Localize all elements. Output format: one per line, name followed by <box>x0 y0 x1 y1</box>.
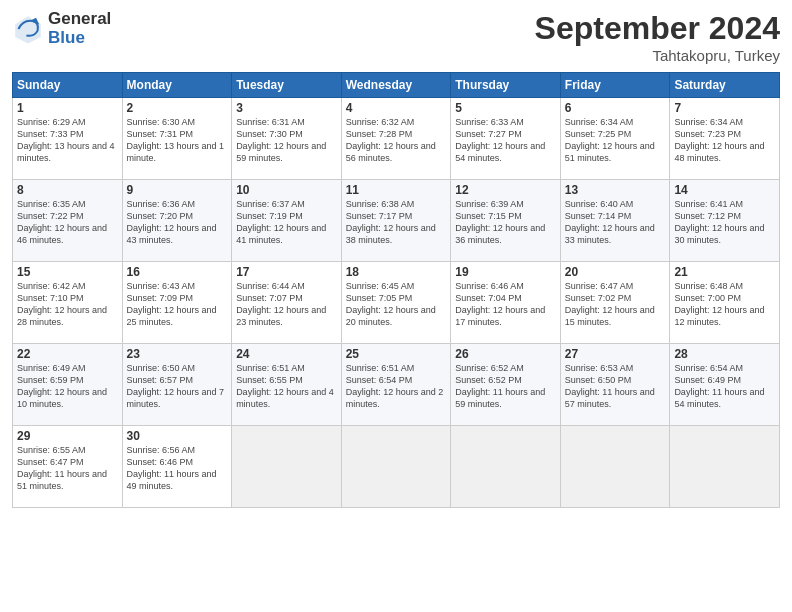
table-row: 7 Sunrise: 6:34 AM Sunset: 7:23 PM Dayli… <box>670 98 780 180</box>
day-info: Sunrise: 6:45 AM Sunset: 7:05 PM Dayligh… <box>346 280 447 329</box>
day-info: Sunrise: 6:48 AM Sunset: 7:00 PM Dayligh… <box>674 280 775 329</box>
table-row: 19 Sunrise: 6:46 AM Sunset: 7:04 PM Dayl… <box>451 262 561 344</box>
logo-general: General <box>48 10 111 29</box>
table-row: 23 Sunrise: 6:50 AM Sunset: 6:57 PM Dayl… <box>122 344 232 426</box>
day-number: 12 <box>455 183 556 197</box>
day-info: Sunrise: 6:52 AM Sunset: 6:52 PM Dayligh… <box>455 362 556 411</box>
logo-icon <box>12 13 44 45</box>
day-number: 18 <box>346 265 447 279</box>
logo-text: General Blue <box>48 10 111 47</box>
day-info: Sunrise: 6:39 AM Sunset: 7:15 PM Dayligh… <box>455 198 556 247</box>
day-number: 28 <box>674 347 775 361</box>
table-row: 14 Sunrise: 6:41 AM Sunset: 7:12 PM Dayl… <box>670 180 780 262</box>
day-info: Sunrise: 6:43 AM Sunset: 7:09 PM Dayligh… <box>127 280 228 329</box>
calendar-week-row: 22 Sunrise: 6:49 AM Sunset: 6:59 PM Dayl… <box>13 344 780 426</box>
day-info: Sunrise: 6:46 AM Sunset: 7:04 PM Dayligh… <box>455 280 556 329</box>
calendar-week-row: 1 Sunrise: 6:29 AM Sunset: 7:33 PM Dayli… <box>13 98 780 180</box>
day-info: Sunrise: 6:54 AM Sunset: 6:49 PM Dayligh… <box>674 362 775 411</box>
calendar-header-row: Sunday Monday Tuesday Wednesday Thursday… <box>13 73 780 98</box>
day-number: 16 <box>127 265 228 279</box>
table-row <box>560 426 670 508</box>
day-info: Sunrise: 6:49 AM Sunset: 6:59 PM Dayligh… <box>17 362 118 411</box>
table-row <box>451 426 561 508</box>
day-number: 26 <box>455 347 556 361</box>
col-thursday: Thursday <box>451 73 561 98</box>
day-info: Sunrise: 6:56 AM Sunset: 6:46 PM Dayligh… <box>127 444 228 493</box>
table-row: 2 Sunrise: 6:30 AM Sunset: 7:31 PM Dayli… <box>122 98 232 180</box>
day-number: 13 <box>565 183 666 197</box>
col-friday: Friday <box>560 73 670 98</box>
day-number: 30 <box>127 429 228 443</box>
table-row: 1 Sunrise: 6:29 AM Sunset: 7:33 PM Dayli… <box>13 98 123 180</box>
day-number: 24 <box>236 347 337 361</box>
table-row: 18 Sunrise: 6:45 AM Sunset: 7:05 PM Dayl… <box>341 262 451 344</box>
col-saturday: Saturday <box>670 73 780 98</box>
table-row: 26 Sunrise: 6:52 AM Sunset: 6:52 PM Dayl… <box>451 344 561 426</box>
day-info: Sunrise: 6:50 AM Sunset: 6:57 PM Dayligh… <box>127 362 228 411</box>
day-info: Sunrise: 6:41 AM Sunset: 7:12 PM Dayligh… <box>674 198 775 247</box>
table-row: 29 Sunrise: 6:55 AM Sunset: 6:47 PM Dayl… <box>13 426 123 508</box>
logo: General Blue <box>12 10 111 47</box>
table-row <box>341 426 451 508</box>
table-row: 10 Sunrise: 6:37 AM Sunset: 7:19 PM Dayl… <box>232 180 342 262</box>
day-info: Sunrise: 6:53 AM Sunset: 6:50 PM Dayligh… <box>565 362 666 411</box>
day-number: 7 <box>674 101 775 115</box>
table-row: 20 Sunrise: 6:47 AM Sunset: 7:02 PM Dayl… <box>560 262 670 344</box>
table-row: 22 Sunrise: 6:49 AM Sunset: 6:59 PM Dayl… <box>13 344 123 426</box>
logo-blue: Blue <box>48 29 111 48</box>
day-number: 22 <box>17 347 118 361</box>
calendar-table: Sunday Monday Tuesday Wednesday Thursday… <box>12 72 780 508</box>
day-number: 17 <box>236 265 337 279</box>
table-row: 16 Sunrise: 6:43 AM Sunset: 7:09 PM Dayl… <box>122 262 232 344</box>
location-title: Tahtakopru, Turkey <box>535 47 780 64</box>
day-info: Sunrise: 6:40 AM Sunset: 7:14 PM Dayligh… <box>565 198 666 247</box>
table-row: 28 Sunrise: 6:54 AM Sunset: 6:49 PM Dayl… <box>670 344 780 426</box>
day-info: Sunrise: 6:32 AM Sunset: 7:28 PM Dayligh… <box>346 116 447 165</box>
table-row: 17 Sunrise: 6:44 AM Sunset: 7:07 PM Dayl… <box>232 262 342 344</box>
table-row: 5 Sunrise: 6:33 AM Sunset: 7:27 PM Dayli… <box>451 98 561 180</box>
calendar-week-row: 8 Sunrise: 6:35 AM Sunset: 7:22 PM Dayli… <box>13 180 780 262</box>
table-row: 30 Sunrise: 6:56 AM Sunset: 6:46 PM Dayl… <box>122 426 232 508</box>
table-row: 6 Sunrise: 6:34 AM Sunset: 7:25 PM Dayli… <box>560 98 670 180</box>
day-info: Sunrise: 6:33 AM Sunset: 7:27 PM Dayligh… <box>455 116 556 165</box>
header: General Blue September 2024 Tahtakopru, … <box>12 10 780 64</box>
day-info: Sunrise: 6:34 AM Sunset: 7:23 PM Dayligh… <box>674 116 775 165</box>
day-number: 10 <box>236 183 337 197</box>
day-info: Sunrise: 6:30 AM Sunset: 7:31 PM Dayligh… <box>127 116 228 165</box>
day-info: Sunrise: 6:34 AM Sunset: 7:25 PM Dayligh… <box>565 116 666 165</box>
page-container: General Blue September 2024 Tahtakopru, … <box>0 0 792 516</box>
table-row: 12 Sunrise: 6:39 AM Sunset: 7:15 PM Dayl… <box>451 180 561 262</box>
calendar-week-row: 29 Sunrise: 6:55 AM Sunset: 6:47 PM Dayl… <box>13 426 780 508</box>
title-block: September 2024 Tahtakopru, Turkey <box>535 10 780 64</box>
table-row <box>232 426 342 508</box>
day-number: 23 <box>127 347 228 361</box>
day-info: Sunrise: 6:38 AM Sunset: 7:17 PM Dayligh… <box>346 198 447 247</box>
day-number: 2 <box>127 101 228 115</box>
day-info: Sunrise: 6:51 AM Sunset: 6:54 PM Dayligh… <box>346 362 447 411</box>
col-wednesday: Wednesday <box>341 73 451 98</box>
table-row: 11 Sunrise: 6:38 AM Sunset: 7:17 PM Dayl… <box>341 180 451 262</box>
day-number: 14 <box>674 183 775 197</box>
table-row: 25 Sunrise: 6:51 AM Sunset: 6:54 PM Dayl… <box>341 344 451 426</box>
day-number: 11 <box>346 183 447 197</box>
table-row: 3 Sunrise: 6:31 AM Sunset: 7:30 PM Dayli… <box>232 98 342 180</box>
day-number: 1 <box>17 101 118 115</box>
day-info: Sunrise: 6:29 AM Sunset: 7:33 PM Dayligh… <box>17 116 118 165</box>
day-number: 6 <box>565 101 666 115</box>
day-info: Sunrise: 6:36 AM Sunset: 7:20 PM Dayligh… <box>127 198 228 247</box>
table-row: 4 Sunrise: 6:32 AM Sunset: 7:28 PM Dayli… <box>341 98 451 180</box>
day-info: Sunrise: 6:42 AM Sunset: 7:10 PM Dayligh… <box>17 280 118 329</box>
day-number: 20 <box>565 265 666 279</box>
table-row: 8 Sunrise: 6:35 AM Sunset: 7:22 PM Dayli… <box>13 180 123 262</box>
month-title: September 2024 <box>535 10 780 47</box>
table-row: 21 Sunrise: 6:48 AM Sunset: 7:00 PM Dayl… <box>670 262 780 344</box>
day-number: 3 <box>236 101 337 115</box>
day-info: Sunrise: 6:44 AM Sunset: 7:07 PM Dayligh… <box>236 280 337 329</box>
col-tuesday: Tuesday <box>232 73 342 98</box>
day-number: 21 <box>674 265 775 279</box>
day-number: 25 <box>346 347 447 361</box>
day-info: Sunrise: 6:31 AM Sunset: 7:30 PM Dayligh… <box>236 116 337 165</box>
table-row: 27 Sunrise: 6:53 AM Sunset: 6:50 PM Dayl… <box>560 344 670 426</box>
day-number: 27 <box>565 347 666 361</box>
day-info: Sunrise: 6:35 AM Sunset: 7:22 PM Dayligh… <box>17 198 118 247</box>
